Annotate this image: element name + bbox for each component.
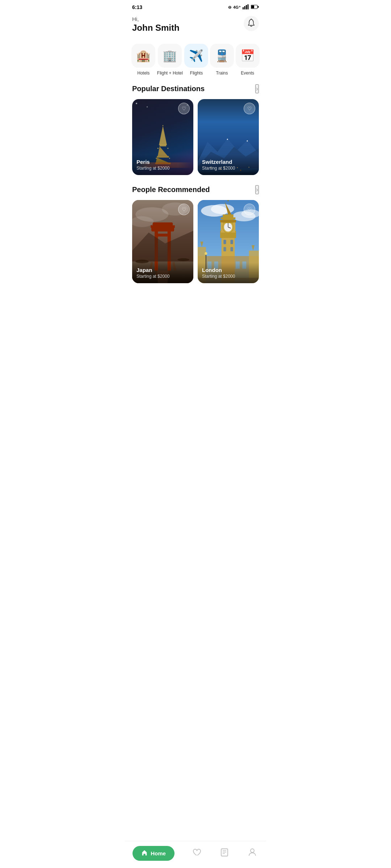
switzerland-favorite-button[interactable]: ♡ xyxy=(244,103,255,114)
recommended-title: People Recommended xyxy=(132,186,210,194)
user-greeting: Hi, John Smith xyxy=(132,16,180,33)
recommended-cards-grid: Japan Starting at $2000 ♡ xyxy=(125,200,266,319)
flight-hotel-icon-wrap: 🏢 xyxy=(158,44,182,68)
svg-rect-60 xyxy=(230,247,233,251)
svg-marker-8 xyxy=(159,126,167,145)
mute-icon: ⊖ xyxy=(228,5,231,10)
status-time: 6:13 xyxy=(132,4,142,10)
svg-rect-59 xyxy=(223,247,226,251)
switzerland-overlay: Switzerland Starting at $2000 xyxy=(198,154,259,175)
switzerland-name: Switzerland xyxy=(202,159,255,165)
status-bar: 6:13 ⊖ 4G⁺ xyxy=(125,0,266,13)
svg-rect-71 xyxy=(221,217,235,219)
user-name: John Smith xyxy=(132,23,180,33)
flights-icon-wrap: ✈️ xyxy=(184,44,208,68)
flights-icon: ✈️ xyxy=(189,49,203,63)
london-price: Starting at $2000 xyxy=(202,274,255,279)
svg-point-83 xyxy=(205,252,207,255)
japan-price: Starting at $2000 xyxy=(136,274,189,279)
svg-rect-9 xyxy=(159,144,166,146)
popular-see-all-button[interactable]: › xyxy=(255,84,259,93)
svg-rect-42 xyxy=(156,234,169,237)
flight-hotel-label: Flight + Hotel xyxy=(157,71,183,76)
header: Hi, John Smith xyxy=(125,13,266,40)
svg-rect-3 xyxy=(248,4,249,9)
svg-rect-0 xyxy=(243,7,244,9)
japan-card[interactable]: Japan Starting at $2000 ♡ xyxy=(132,200,193,283)
category-flight-hotel[interactable]: 🏢 Flight + Hotel xyxy=(157,44,183,76)
svg-point-53 xyxy=(211,204,234,214)
status-icons: ⊖ 4G⁺ xyxy=(228,4,259,10)
recommended-see-all-button[interactable]: › xyxy=(255,185,259,194)
svg-point-16 xyxy=(167,148,168,149)
paris-card[interactable]: Peris Starting at $2000 ♡ xyxy=(132,99,193,175)
svg-rect-1 xyxy=(244,6,245,9)
popular-section-header: Popular Destinations › xyxy=(125,84,266,99)
signal-icon xyxy=(243,4,249,10)
london-favorite-button[interactable]: ♡ xyxy=(244,204,255,215)
hotels-icon: 🏨 xyxy=(136,49,151,63)
svg-rect-6 xyxy=(251,5,254,8)
popular-title: Popular Destinations xyxy=(132,85,205,93)
flights-label: Flights xyxy=(190,71,203,76)
svg-rect-41 xyxy=(151,225,175,228)
paris-name: Peris xyxy=(136,159,189,165)
paris-price: Starting at $2000 xyxy=(136,166,189,171)
star2 xyxy=(147,106,148,107)
japan-favorite-button[interactable]: ♡ xyxy=(178,204,190,215)
trains-label: Trains xyxy=(216,71,228,76)
svg-point-7 xyxy=(251,18,252,20)
hotels-label: Hotels xyxy=(137,71,150,76)
svg-rect-5 xyxy=(258,6,259,8)
category-trains[interactable]: 🚆 Trains xyxy=(210,44,234,76)
events-icon: 📅 xyxy=(240,49,255,63)
hotels-icon-wrap: 🏨 xyxy=(131,44,155,68)
notification-bell-button[interactable] xyxy=(244,16,259,31)
greeting-text: Hi, xyxy=(132,16,180,22)
london-overlay: London Starting at $2000 xyxy=(198,263,259,283)
flight-hotel-icon: 🏢 xyxy=(163,49,177,63)
popular-cards-grid: Peris Starting at $2000 ♡ xyxy=(125,99,266,185)
bell-icon xyxy=(247,18,255,29)
japan-overlay: Japan Starting at $2000 xyxy=(132,263,193,283)
recommended-section-header: People Recommended › xyxy=(125,185,266,200)
battery-icon xyxy=(251,5,259,10)
switzerland-price: Starting at $2000 xyxy=(202,166,255,171)
london-card[interactable]: London Starting at $2000 ♡ xyxy=(198,200,259,283)
category-flights[interactable]: ✈️ Flights xyxy=(184,44,208,76)
svg-rect-2 xyxy=(246,5,247,9)
paris-favorite-button[interactable]: ♡ xyxy=(178,103,190,114)
category-events[interactable]: 📅 Events xyxy=(236,44,260,76)
category-hotels[interactable]: 🏨 Hotels xyxy=(131,44,155,76)
london-name: London xyxy=(202,267,255,273)
svg-rect-70 xyxy=(220,220,236,222)
svg-rect-57 xyxy=(223,240,226,244)
events-icon-wrap: 📅 xyxy=(236,44,260,68)
svg-point-50 xyxy=(177,258,189,261)
categories-row: 🏨 Hotels 🏢 Flight + Hotel ✈️ Flights 🚆 T… xyxy=(125,40,266,84)
network-icon: 4G⁺ xyxy=(233,5,241,10)
paris-overlay: Peris Starting at $2000 xyxy=(132,154,193,175)
svg-rect-58 xyxy=(230,240,233,244)
star1 xyxy=(136,103,137,104)
japan-name: Japan xyxy=(136,267,189,273)
events-label: Events xyxy=(241,71,254,76)
trains-icon-wrap: 🚆 xyxy=(210,44,234,68)
switzerland-card[interactable]: Switzerland Starting at $2000 ♡ xyxy=(198,99,259,175)
trains-icon: 🚆 xyxy=(215,49,229,63)
svg-point-15 xyxy=(157,148,158,149)
